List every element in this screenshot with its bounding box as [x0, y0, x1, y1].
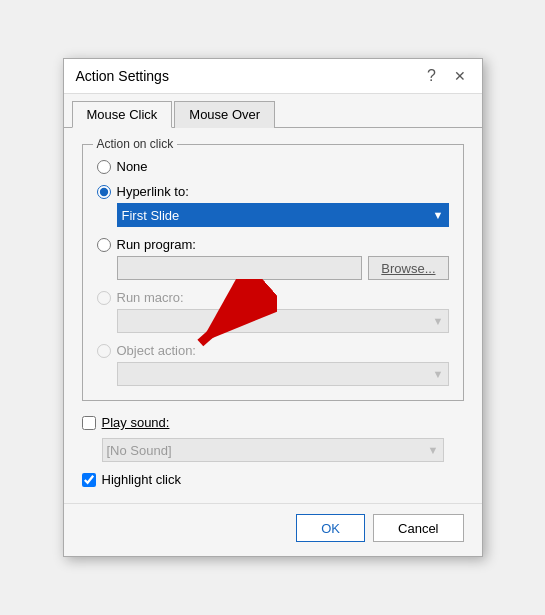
hyperlink-label[interactable]: Hyperlink to:: [117, 184, 189, 199]
macro-dropdown-row: ▼: [117, 309, 449, 333]
sound-value: [No Sound]: [107, 443, 172, 458]
highlight-row: Highlight click: [82, 472, 464, 487]
run-program-radio[interactable]: [97, 238, 111, 252]
hyperlink-radio[interactable]: [97, 185, 111, 199]
run-program-label[interactable]: Run program:: [117, 237, 196, 252]
object-action-dropdown-arrow: ▼: [433, 368, 444, 380]
title-bar-icons: ? ✕: [422, 67, 470, 85]
run-macro-row: Run macro:: [97, 290, 449, 305]
content-area: Action on click None Hyperlink to: First…: [64, 128, 482, 503]
hyperlink-value: First Slide: [122, 208, 180, 223]
object-action-label: Object action:: [117, 343, 197, 358]
highlight-checkbox[interactable]: [82, 473, 96, 487]
play-sound-checkbox[interactable]: [82, 416, 96, 430]
help-icon[interactable]: ?: [422, 67, 442, 85]
tabs-bar: Mouse Click Mouse Over: [64, 94, 482, 128]
ok-button[interactable]: OK: [296, 514, 365, 542]
button-row: OK Cancel: [64, 503, 482, 556]
hyperlink-dropdown[interactable]: First Slide ▼: [117, 203, 449, 227]
close-icon[interactable]: ✕: [450, 68, 470, 84]
sound-dropdown[interactable]: [No Sound] ▼: [102, 438, 444, 462]
hyperlink-dropdown-row: First Slide ▼: [117, 203, 449, 227]
cancel-button[interactable]: Cancel: [373, 514, 463, 542]
highlight-label[interactable]: Highlight click: [102, 472, 181, 487]
sound-dropdown-arrow: ▼: [428, 444, 439, 456]
group-label: Action on click: [93, 137, 178, 151]
run-program-input-row: Browse...: [117, 256, 449, 280]
object-action-dropdown: ▼: [117, 362, 449, 386]
tab-mouse-click[interactable]: Mouse Click: [72, 101, 173, 128]
run-program-input[interactable]: [117, 256, 363, 280]
run-macro-dropdown: ▼: [117, 309, 449, 333]
play-sound-label[interactable]: Play sound:: [102, 415, 170, 430]
macro-dropdown-arrow: ▼: [433, 315, 444, 327]
title-bar: Action Settings ? ✕: [64, 59, 482, 94]
hyperlink-dropdown-arrow: ▼: [433, 209, 444, 221]
none-label[interactable]: None: [117, 159, 148, 174]
object-action-dropdown-row: ▼: [117, 362, 449, 386]
dialog-title: Action Settings: [76, 68, 169, 84]
hyperlink-row: Hyperlink to:: [97, 184, 449, 199]
object-action-row: Object action:: [97, 343, 449, 358]
sound-dropdown-row: [No Sound] ▼: [102, 438, 464, 462]
run-macro-label: Run macro:: [117, 290, 184, 305]
action-settings-dialog: Action Settings ? ✕ Mouse Click Mouse Ov…: [63, 58, 483, 557]
run-macro-radio[interactable]: [97, 291, 111, 305]
tab-mouse-over[interactable]: Mouse Over: [174, 101, 275, 128]
run-program-row: Run program:: [97, 237, 449, 252]
none-radio[interactable]: [97, 160, 111, 174]
action-on-click-group: Action on click None Hyperlink to: First…: [82, 144, 464, 401]
play-sound-row: Play sound:: [82, 415, 464, 430]
browse-button[interactable]: Browse...: [368, 256, 448, 280]
object-action-radio[interactable]: [97, 344, 111, 358]
none-row: None: [97, 159, 449, 174]
